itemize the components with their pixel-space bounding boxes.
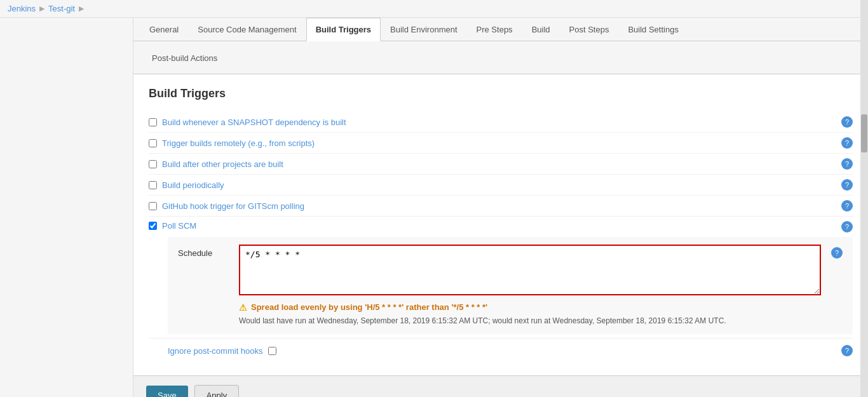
trigger-label-after-other: Build after other projects are built — [162, 159, 283, 169]
scrollbar[interactable] — [860, 0, 868, 397]
checkbox-ignore-post-commit[interactable] — [268, 347, 276, 355]
warning-box: ⚠ Spread load evenly by using 'H/5 * * *… — [239, 302, 821, 326]
trigger-label-snapshot: Build whenever a SNAPSHOT dependency is … — [162, 118, 346, 127]
tab-build-settings[interactable]: Build Settings — [618, 18, 688, 41]
save-button[interactable]: Save — [146, 386, 188, 397]
tab-build-environment[interactable]: Build Environment — [381, 18, 467, 41]
breadcrumb-testgit[interactable]: Test-git — [48, 4, 75, 13]
help-icon-after-other[interactable]: ? — [841, 158, 853, 170]
schedule-row: Schedule ⚠ Spread load evenly by using '… — [178, 245, 843, 326]
left-sidebar — [0, 18, 133, 397]
checkbox-poll-scm[interactable] — [149, 222, 157, 230]
trigger-row-remote: Trigger builds remotely (e.g., from scri… — [149, 133, 853, 154]
breadcrumb-sep2: ▶ — [79, 4, 84, 13]
poll-scm-left: Poll SCM — [149, 221, 196, 231]
poll-scm-row: Poll SCM ? — [149, 217, 853, 237]
tab-pre-steps[interactable]: Pre Steps — [467, 18, 522, 41]
tab-build[interactable]: Build — [522, 18, 560, 41]
breadcrumb-sep1: ▶ — [39, 4, 44, 13]
trigger-label-remote: Trigger builds remotely (e.g., from scri… — [162, 138, 315, 148]
trigger-row-snapshot: Build whenever a SNAPSHOT dependency is … — [149, 112, 853, 133]
scrollbar-thumb[interactable] — [861, 114, 867, 152]
tab-source-code-management[interactable]: Source Code Management — [188, 18, 306, 41]
trigger-row-github-hook: GitHub hook trigger for GITScm polling ? — [149, 196, 853, 217]
ignore-left: Ignore post-commit hooks — [168, 346, 276, 356]
ignore-post-commit-row: Ignore post-commit hooks ? — [149, 338, 853, 363]
trigger-row-periodically: Build periodically ? — [149, 175, 853, 196]
main-wrapper: General Source Code Management Build Tri… — [0, 18, 868, 397]
schedule-input-wrap: ⚠ Spread load evenly by using 'H/5 * * *… — [239, 245, 821, 326]
help-icon-github-hook[interactable]: ? — [841, 200, 853, 212]
help-icon-periodically[interactable]: ? — [841, 179, 853, 191]
tabs-bar-row2: Post-build Actions — [133, 41, 868, 74]
breadcrumb: Jenkins ▶ Test-git ▶ — [0, 0, 868, 18]
warning-text: Spread load evenly by using 'H/5 * * * *… — [251, 302, 487, 312]
help-icon-poll-scm[interactable]: ? — [841, 221, 853, 232]
trigger-row-after-other: Build after other projects are built ? — [149, 154, 853, 175]
trigger-left-remote: Trigger builds remotely (e.g., from scri… — [149, 138, 315, 148]
tab-post-build-actions[interactable]: Post-build Actions — [142, 46, 227, 69]
page-content: Build Triggers Build whenever a SNAPSHOT… — [133, 74, 868, 375]
ignore-post-commit-label: Ignore post-commit hooks — [168, 346, 263, 356]
content-area: General Source Code Management Build Tri… — [133, 18, 868, 397]
trigger-left-periodically: Build periodically — [149, 180, 224, 190]
footer-bar: Save Apply — [133, 375, 868, 397]
schedule-label: Schedule — [178, 245, 229, 258]
trigger-left-after-other: Build after other projects are built — [149, 159, 283, 169]
help-icon-ignore-post-commit[interactable]: ? — [841, 345, 853, 356]
trigger-label-github-hook: GitHub hook trigger for GITScm polling — [162, 201, 304, 211]
tab-post-steps[interactable]: Post Steps — [560, 18, 619, 41]
breadcrumb-jenkins[interactable]: Jenkins — [8, 4, 36, 13]
checkbox-periodically[interactable] — [149, 181, 157, 189]
trigger-left-github-hook: GitHub hook trigger for GITScm polling — [149, 201, 304, 211]
schedule-input[interactable] — [239, 245, 821, 295]
tab-general[interactable]: General — [140, 18, 188, 41]
checkbox-snapshot[interactable] — [149, 118, 157, 126]
help-icon-remote[interactable]: ? — [841, 137, 853, 149]
checkbox-github-hook[interactable] — [149, 202, 157, 210]
help-icon-schedule[interactable]: ? — [831, 247, 843, 259]
checkbox-after-other[interactable] — [149, 160, 157, 168]
apply-button[interactable]: Apply — [194, 385, 240, 397]
tab-build-triggers[interactable]: Build Triggers — [306, 18, 381, 41]
help-icon-snapshot[interactable]: ? — [841, 116, 853, 128]
trigger-left-snapshot: Build whenever a SNAPSHOT dependency is … — [149, 118, 346, 127]
page-title: Build Triggers — [149, 87, 853, 100]
warning-line: ⚠ Spread load evenly by using 'H/5 * * *… — [239, 302, 821, 313]
trigger-label-periodically: Build periodically — [162, 180, 224, 190]
checkbox-remote[interactable] — [149, 139, 157, 147]
run-info: Would last have run at Wednesday, Septem… — [239, 315, 821, 326]
schedule-section: Schedule ⚠ Spread load evenly by using '… — [168, 237, 853, 334]
trigger-label-poll-scm: Poll SCM — [162, 221, 196, 231]
tabs-bar-row1: General Source Code Management Build Tri… — [133, 18, 868, 41]
warning-icon: ⚠ — [239, 302, 247, 313]
